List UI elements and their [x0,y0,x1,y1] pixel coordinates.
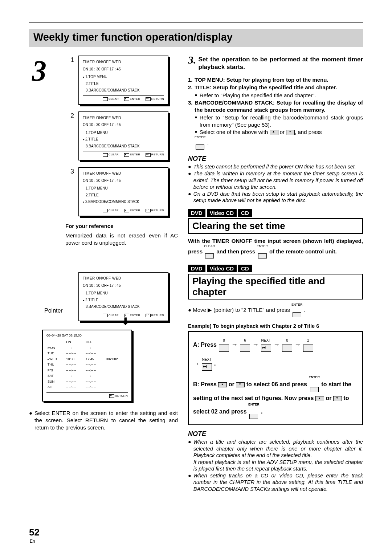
up-button-icon [315,396,324,401]
clearing-paragraph: With the TIMER ON/OFF time input screen … [188,237,363,260]
media-chip: Video CD [207,209,237,217]
note-heading-2: NOTE [188,430,363,438]
osd-number: 1 [65,56,74,64]
section-playing-heading: Playing the specified title and chapter [188,274,363,300]
next-button-icon [261,345,271,352]
up-button-icon [218,382,227,387]
below-weekly-text: Select ENTER on the screen to enter the … [34,410,178,432]
for-your-reference-heading: For your reference [65,223,178,229]
num-button-icon [219,345,229,352]
page-title: Weekly timer function operation/display [33,31,359,43]
next-button-icon [202,363,212,371]
media-chip: CD [238,265,252,272]
num-button-icon [303,345,313,352]
example-heading: Example) To begin playback with Chapter … [188,323,363,329]
example-box: A: Press 0 → 6 → NEXT → 0 → 2 → NEXT . [188,331,363,425]
step3-text: Set the operation to be performed at the… [199,56,363,71]
media-chip: DVD [188,209,205,217]
media-chip: CD [238,209,252,217]
enter-button-icon [249,414,258,419]
step-number-large: 3 [32,54,46,87]
media-chip: Video CD [207,265,237,272]
page-title-bar: Weekly timer function operation/display [29,29,363,47]
osd-number: 2 [65,112,74,120]
down-button-icon [286,130,295,135]
osd-screen: TIMER ON/OFF WEDON 10 : 30 OFF 17 : 451.… [78,56,168,105]
down-button-icon [236,382,245,387]
for-your-reference-text: Memorized data is not erased even if AC … [65,232,178,247]
page-number: 52 [29,527,40,538]
osd-screen: TIMER ON/OFF WEDON 10 : 30 OFF 17 : 451.… [78,111,168,161]
osd-screen: TIMER ON/OFF WEDON 10 : 30 OFF 17 : 451.… [78,167,168,216]
bullet-icon: ● [29,410,32,432]
enter-button-icon [310,387,319,392]
osd-screen-4: TIMER ON/OFF WEDON 10 : 30 OFF 17 : 451.… [78,272,168,321]
down-button-icon [333,396,342,401]
example-a-label: A: Press [193,341,217,350]
osd-number: 3 [65,168,74,175]
enter-button-icon [293,312,301,317]
num-button-icon [282,345,292,352]
section-clearing-heading: Clearing the set time [188,218,363,234]
num-button-icon [240,345,250,352]
media-chip: DVD [188,265,205,272]
clear-button-icon [205,253,214,258]
enter-button-icon [258,253,267,258]
up-button-icon [270,130,278,135]
language-code: En [30,539,35,544]
weekly-table-screen: 00–04–29 SAT 08:15.00 ONOFFMON– –:– –– –… [42,330,132,402]
note-heading-1: NOTE [188,155,363,163]
move-pointer-text: ● Move ▶ (pointer) to "2 TITLE" and pres… [188,303,363,318]
enter-button-icon [196,144,204,150]
step3-number: 3. [188,56,196,71]
